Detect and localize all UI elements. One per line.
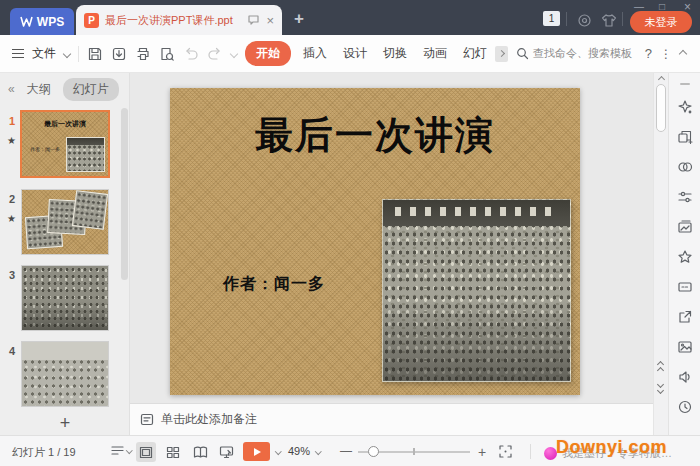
animation-star-icon: ★ <box>7 213 16 224</box>
add-slide-button[interactable]: + <box>50 411 80 435</box>
document-tab-title: 最后一次讲演PPT课件.ppt <box>105 13 241 28</box>
wps-logo-icon <box>20 16 33 27</box>
slide-number: 3 <box>9 269 15 281</box>
slide-panel-header: « 大纲 幻灯片 <box>0 73 130 105</box>
ribbon-tab-home[interactable]: 开始 <box>245 41 291 66</box>
ribbon-tab-animation[interactable]: 动画 <box>419 45 451 62</box>
tab-comment-icon[interactable] <box>247 14 260 26</box>
notes-toggle-button[interactable] <box>110 444 132 457</box>
zoom-slider-tick <box>413 448 415 455</box>
zoom-slider-handle[interactable] <box>368 446 379 457</box>
menubar: 文件 开始 插入 设计 切换 动画 幻灯 查找命令、搜索模板 ? ⋮ <box>0 35 700 73</box>
slide-photo[interactable] <box>382 199 571 382</box>
file-menu[interactable]: 文件 <box>32 45 56 62</box>
current-slide[interactable]: 最后一次讲演 作者：闻一多 <box>170 88 580 395</box>
ribbon-tabs-overflow-button[interactable] <box>495 46 508 62</box>
maximize-button[interactable]: □ <box>659 1 665 13</box>
image-tools-icon[interactable] <box>677 219 693 235</box>
notes-icon <box>140 413 154 426</box>
editor-canvas: 最后一次讲演 作者：闻一多 <box>130 73 653 403</box>
ribbon-tab-design[interactable]: 设计 <box>339 45 371 62</box>
titlebar-divider <box>622 12 623 26</box>
clock-icon[interactable] <box>677 399 693 415</box>
share-icon[interactable] <box>677 309 693 325</box>
ribbon-tab-insert[interactable]: 插入 <box>299 45 331 62</box>
history-chevron-icon[interactable] <box>230 49 238 57</box>
slide-number: 1 <box>9 115 15 127</box>
search-box[interactable]: 查找命令、搜索模板 <box>516 46 632 61</box>
file-chevron-down-icon[interactable] <box>63 49 71 57</box>
thumb-title: 最后一次讲演 <box>22 119 108 129</box>
normal-view-icon <box>139 446 153 459</box>
site-watermark: Downyi.com <box>556 437 667 458</box>
smart-features-icon[interactable] <box>677 99 693 115</box>
collapse-panel-icon[interactable]: « <box>8 82 15 96</box>
updates-ring-icon[interactable] <box>577 13 592 28</box>
zoom-level[interactable]: 49% <box>288 445 310 457</box>
zoom-in-button[interactable]: + <box>478 444 486 460</box>
close-button[interactable]: × <box>684 1 691 13</box>
reading-view-icon <box>193 446 208 459</box>
slideshow-view-icon <box>219 445 234 459</box>
slide-panel: « 大纲 幻灯片 1 ★ 最后一次讲演 作者：闻一多 2 ★ 3 4 + <box>0 73 130 435</box>
ribbon-tab-transition[interactable]: 切换 <box>379 45 411 62</box>
play-slideshow-button[interactable] <box>243 442 270 461</box>
print-icon[interactable] <box>135 46 151 62</box>
merge-shapes-icon[interactable] <box>677 159 693 175</box>
search-icon <box>516 47 529 60</box>
zoom-chevron-icon[interactable] <box>315 448 321 454</box>
skin-shirt-icon[interactable] <box>601 13 617 28</box>
audio-icon[interactable] <box>677 369 693 385</box>
tab-close-icon[interactable]: × <box>266 14 274 27</box>
kebab-menu-icon[interactable]: ⋮ <box>660 47 672 61</box>
new-tab-button[interactable]: + <box>294 9 304 29</box>
view-reading-button[interactable] <box>190 442 210 462</box>
tab-count-badge[interactable]: 1 <box>543 11 560 26</box>
tab-outline[interactable]: 大纲 <box>27 81 51 98</box>
picture-icon[interactable] <box>677 339 693 355</box>
favorites-star-icon[interactable] <box>677 249 693 265</box>
wps-home-button[interactable]: WPS <box>10 8 74 35</box>
statusbar-divider <box>530 444 531 459</box>
animation-star-icon: ★ <box>7 135 16 146</box>
slide-title-text[interactable]: 最后一次讲演 <box>170 110 580 161</box>
new-shape-icon[interactable] <box>677 129 693 145</box>
slide-counter: 幻灯片 1 / 19 <box>12 445 76 460</box>
collapse-ribbon-icon[interactable] <box>679 49 687 57</box>
titlebar-divider <box>566 12 567 26</box>
tab-slides[interactable]: 幻灯片 <box>63 78 119 101</box>
slide-thumbnail-1[interactable]: 最后一次讲演 作者：闻一多 <box>22 112 108 176</box>
view-normal-button[interactable] <box>136 442 156 462</box>
text-box-icon[interactable] <box>677 279 693 295</box>
ppt-file-icon: P <box>84 13 99 28</box>
document-tab[interactable]: P 最后一次讲演PPT课件.ppt × <box>76 5 282 35</box>
scroll-up-icon[interactable] <box>658 76 665 83</box>
ribbon-tab-slideshow[interactable]: 幻灯 <box>459 45 487 62</box>
play-options-chevron-icon[interactable] <box>275 448 281 454</box>
canvas-scrollbar[interactable] <box>653 73 668 435</box>
help-icon[interactable]: ? <box>645 46 652 61</box>
zoom-out-button[interactable]: — <box>340 444 352 458</box>
strip-handle-icon[interactable] <box>680 83 690 85</box>
slide-thumbnail-3[interactable] <box>22 266 108 330</box>
view-sorter-button[interactable] <box>163 442 183 462</box>
previous-slide-button[interactable] <box>658 362 663 373</box>
minimize-button[interactable]: — <box>634 1 644 13</box>
fit-to-window-icon[interactable] <box>498 444 513 459</box>
print-preview-icon[interactable] <box>159 46 175 62</box>
login-button[interactable]: 未登录 <box>630 11 692 33</box>
save-icon[interactable] <box>87 46 103 62</box>
view-slideshow-button[interactable] <box>216 442 236 462</box>
redo-icon <box>207 47 223 61</box>
slide-thumbnail-2[interactable] <box>22 190 108 254</box>
next-slide-button[interactable] <box>658 382 663 393</box>
notes-bar[interactable]: 单击此处添加备注 <box>130 403 653 435</box>
export-icon[interactable] <box>111 46 127 62</box>
slide-author-text[interactable]: 作者：闻一多 <box>223 274 325 295</box>
slide-thumbnail-4[interactable] <box>22 342 108 406</box>
search-placeholder-text: 查找命令、搜索模板 <box>533 46 632 61</box>
sidebar-scrollbar[interactable] <box>121 108 128 280</box>
object-properties-icon[interactable] <box>677 189 693 205</box>
hamburger-menu-icon[interactable] <box>12 49 24 59</box>
scrollbar-thumb[interactable] <box>656 84 666 132</box>
